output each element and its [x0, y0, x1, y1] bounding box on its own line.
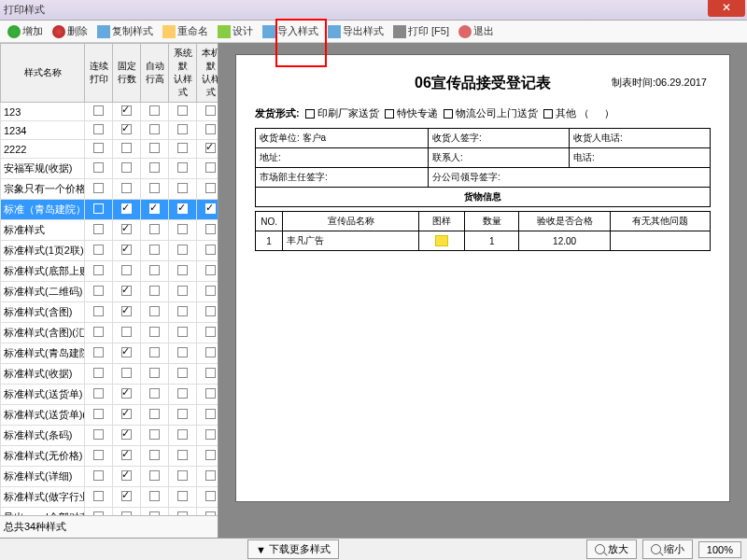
checkbox-icon[interactable]	[205, 450, 216, 460]
table-row[interactable]: 标准样式(底部上贴	[1, 261, 218, 282]
checkbox-icon[interactable]	[93, 409, 104, 419]
checkbox-icon[interactable]	[149, 327, 160, 337]
checkbox-cell[interactable]	[85, 467, 113, 487]
checkbox-cell[interactable]	[141, 343, 169, 364]
table-row[interactable]: 标准样式(二维码)	[1, 282, 218, 302]
checkbox-cell[interactable]	[141, 467, 169, 487]
checkbox-cell[interactable]	[197, 405, 218, 426]
checkbox-icon[interactable]	[93, 491, 104, 501]
checkbox-cell[interactable]	[141, 302, 169, 323]
checkbox-icon[interactable]	[93, 388, 104, 399]
checkbox-cell[interactable]	[197, 426, 218, 446]
style-name-cell[interactable]: 标准样式(青岛建院	[1, 343, 85, 364]
checkbox-icon[interactable]	[121, 143, 132, 153]
checkbox-icon[interactable]	[121, 491, 132, 501]
checkbox-icon[interactable]	[205, 347, 216, 357]
col-fixed-rows[interactable]: 固定行数	[113, 44, 141, 103]
checkbox-cell[interactable]	[141, 446, 169, 467]
checkbox-icon[interactable]	[177, 306, 188, 316]
checkbox-icon[interactable]	[205, 183, 216, 193]
checkbox-icon[interactable]	[177, 388, 188, 399]
table-row[interactable]: 2222	[1, 140, 218, 159]
checkbox-cell[interactable]	[197, 121, 218, 140]
table-row[interactable]: 安福军规(收据)	[1, 159, 218, 179]
checkbox-icon[interactable]	[93, 143, 104, 153]
checkbox-cell[interactable]	[141, 261, 169, 282]
close-button[interactable]: ✕	[708, 0, 745, 17]
checkbox-icon[interactable]	[149, 124, 160, 134]
checkbox-icon[interactable]	[177, 162, 188, 173]
table-row[interactable]: 标准样式(收据)	[1, 364, 218, 385]
checkbox-cell[interactable]	[113, 426, 141, 446]
col-auto-height[interactable]: 自动行高	[141, 44, 169, 103]
style-name-cell[interactable]: 标准样式(做字行业	[1, 487, 85, 508]
checkbox-icon[interactable]	[149, 470, 160, 481]
checkbox-cell[interactable]	[141, 282, 169, 302]
checkbox-icon[interactable]	[121, 388, 132, 399]
checkbox-icon[interactable]	[93, 183, 104, 193]
checkbox-icon[interactable]	[93, 265, 104, 275]
checkbox-icon[interactable]	[177, 245, 188, 255]
checkbox-cell[interactable]	[113, 121, 141, 140]
checkbox-icon[interactable]	[149, 409, 160, 419]
checkbox-cell[interactable]	[197, 159, 218, 179]
checkbox-cell[interactable]	[113, 385, 141, 405]
checkbox-cell[interactable]	[113, 179, 141, 200]
style-name-cell[interactable]: 标准（青岛建院）	[1, 200, 85, 220]
checkbox-icon[interactable]	[121, 224, 132, 234]
checkbox-cell[interactable]	[141, 140, 169, 159]
checkbox-icon[interactable]	[149, 143, 160, 153]
checkbox-icon[interactable]	[93, 347, 104, 357]
style-grid[interactable]: 样式名称 连续打印 固定行数 自动行高 系统默认样式 本机默认样式 123123…	[0, 43, 218, 515]
checkbox-icon[interactable]	[121, 470, 132, 481]
checkbox-cell[interactable]	[169, 467, 197, 487]
checkbox-icon[interactable]	[177, 286, 188, 296]
checkbox-cell[interactable]	[197, 446, 218, 467]
checkbox-cell[interactable]	[113, 241, 141, 261]
checkbox-cell[interactable]	[197, 343, 218, 364]
style-name-cell[interactable]: 标准样式(送货单)(	[1, 405, 85, 426]
checkbox-icon[interactable]	[121, 203, 132, 214]
checkbox-cell[interactable]	[169, 159, 197, 179]
style-name-cell[interactable]: 标准样式(送货单)	[1, 385, 85, 405]
checkbox-icon[interactable]	[205, 245, 216, 255]
checkbox-cell[interactable]	[113, 508, 141, 516]
checkbox-cell[interactable]	[113, 446, 141, 467]
checkbox-icon[interactable]	[177, 265, 188, 275]
table-row[interactable]: 导出excel全部对齐	[1, 508, 218, 516]
delete-button[interactable]: 删除	[49, 22, 92, 40]
checkbox-cell[interactable]	[141, 323, 169, 343]
checkbox-cell[interactable]	[85, 508, 113, 516]
checkbox-cell[interactable]	[169, 508, 197, 516]
checkbox-icon[interactable]	[177, 143, 188, 153]
table-row[interactable]: 标准样式	[1, 220, 218, 241]
checkbox-cell[interactable]	[85, 405, 113, 426]
table-row[interactable]: 标准样式(做字行业	[1, 487, 218, 508]
checkbox-icon[interactable]	[149, 265, 160, 275]
copy-button[interactable]: 复制样式	[93, 22, 157, 40]
style-name-cell[interactable]: 标准样式(无价格)	[1, 446, 85, 467]
checkbox-icon[interactable]	[93, 245, 104, 255]
checkbox-icon[interactable]	[93, 124, 104, 134]
checkbox-icon[interactable]	[121, 183, 132, 193]
checkbox-icon[interactable]	[205, 162, 216, 173]
checkbox-icon[interactable]	[149, 105, 160, 116]
checkbox-cell[interactable]	[113, 467, 141, 487]
checkbox-icon[interactable]	[149, 491, 160, 501]
checkbox-cell[interactable]	[197, 487, 218, 508]
checkbox-cell[interactable]	[85, 487, 113, 508]
rename-button[interactable]: 重命名	[159, 22, 212, 40]
zoom-pct[interactable]: 100%	[698, 541, 741, 558]
checkbox-cell[interactable]	[113, 405, 141, 426]
checkbox-cell[interactable]	[85, 140, 113, 159]
checkbox-icon[interactable]	[93, 162, 104, 173]
style-name-cell[interactable]: 1234	[1, 121, 85, 140]
checkbox-icon[interactable]	[205, 491, 216, 501]
checkbox-icon[interactable]	[205, 105, 216, 116]
checkbox-icon[interactable]	[177, 491, 188, 501]
checkbox-cell[interactable]	[141, 103, 169, 121]
checkbox-icon[interactable]	[93, 224, 104, 234]
checkbox-icon[interactable]	[177, 203, 188, 214]
checkbox-cell[interactable]	[141, 426, 169, 446]
checkbox-cell[interactable]	[169, 405, 197, 426]
